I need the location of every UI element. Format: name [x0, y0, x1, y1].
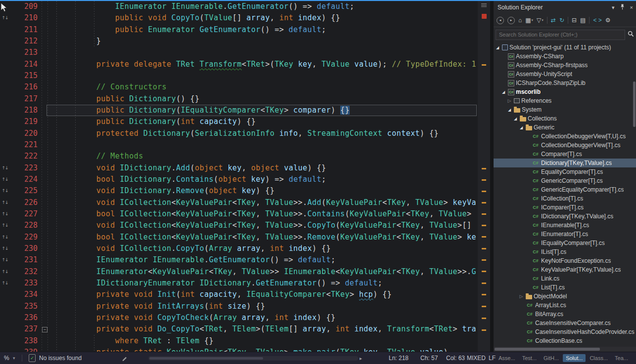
code-line[interactable]: 215 — [0, 70, 478, 81]
code-line[interactable]: 219 public Dictionary(int capacity) {} — [0, 116, 478, 127]
code-line[interactable]: ↑↓232 IEnumerator<KeyValuePair<TKey, TVa… — [0, 266, 478, 278]
tree-item[interactable]: C#IEnumerator[T].cs — [494, 230, 636, 239]
line-number[interactable]: 227 — [10, 208, 41, 220]
line-number[interactable]: 232 — [10, 266, 41, 278]
code-line[interactable]: 235 private void InitArrays(int size) {} — [0, 301, 478, 312]
line-number[interactable]: 222 — [10, 151, 41, 162]
code-line[interactable]: 217 public Dictionary() {} — [0, 93, 478, 105]
status-col[interactable]: Col: 63 — [446, 352, 465, 364]
zoom-caret-icon[interactable]: ▾ — [13, 352, 15, 364]
refresh-icon[interactable]: ↻ — [559, 17, 564, 23]
code-line[interactable]: ↑↓224 bool IDictionary.Contains(object k… — [0, 174, 478, 185]
line-number[interactable]: 237 — [10, 324, 41, 335]
search-input[interactable] — [496, 30, 625, 40]
line-number[interactable]: 235 — [10, 301, 41, 312]
tree-item[interactable]: C#IList[T].cs — [494, 247, 636, 256]
line-number[interactable]: 220 — [10, 128, 41, 139]
tree-item[interactable]: C#KeyValuePair[TKey,TValue].cs — [494, 265, 636, 274]
member-implements-icon[interactable]: ↑↓ — [0, 254, 10, 266]
tree-item[interactable]: C#IEqualityComparer[T].cs — [494, 239, 636, 247]
code-line[interactable]: 216 // Constructors — [0, 81, 478, 93]
tree-item[interactable]: ◢System — [494, 105, 636, 114]
line-number[interactable]: 231 — [10, 254, 41, 266]
sync-active-document-icon[interactable]: ⇄ — [551, 17, 556, 23]
chevron-collapsed-icon[interactable]: ▷ — [518, 294, 524, 299]
zoom-control[interactable]: % — [4, 352, 9, 364]
auto-hide-pin-icon[interactable] — [620, 4, 625, 11]
chevron-expanded-icon[interactable]: ◢ — [495, 45, 500, 50]
tree-item[interactable]: C#CollectionDebuggerView[T].cs — [494, 141, 636, 150]
code-line[interactable]: 212 } — [0, 36, 478, 47]
line-number[interactable]: 236 — [10, 312, 41, 324]
member-implements-icon[interactable]: ↑↓ — [0, 243, 10, 254]
code-line[interactable]: ↑↓233 IDictionaryEnumerator IDictionary.… — [0, 278, 478, 289]
tree-item[interactable]: C#ICollection[T].cs — [494, 194, 636, 203]
tree-item[interactable]: C#CaseInsensitiveComparer.cs — [494, 319, 636, 327]
tree-item[interactable]: C#EqualityComparer[T].cs — [494, 167, 636, 176]
line-number[interactable]: 221 — [10, 139, 41, 151]
tree-item[interactable]: C#KeyNotFoundException.cs — [494, 256, 636, 265]
fold-collapse-icon[interactable]: − — [42, 327, 47, 332]
chevron-expanded-icon[interactable]: ◢ — [506, 108, 512, 112]
scrollbar-thumb[interactable] — [495, 348, 600, 351]
code-line[interactable]: 213 — [0, 47, 478, 58]
tree-item[interactable]: C#Dictionary[TKey,TValue].cs — [494, 159, 636, 167]
code-line[interactable]: 234 private void Init(int capacity, IEqu… — [0, 289, 478, 300]
forward-icon[interactable]: ► — [507, 17, 515, 24]
panel-vertical-scrollbar[interactable] — [633, 81, 636, 127]
member-implements-icon[interactable]: ↑↓ — [0, 174, 10, 185]
code-line[interactable]: 218 public Dictionary(IEqualityComparer<… — [0, 105, 478, 116]
code-line[interactable]: ↑↓225 void IDictionary.Remove(object key… — [0, 185, 478, 197]
member-implements-icon[interactable]: ↑↓ — [0, 266, 10, 278]
status-char[interactable]: Ch: 57 — [420, 352, 438, 364]
document-errors-indicator[interactable] — [482, 14, 487, 19]
tree-item[interactable]: ◢Collections — [494, 114, 636, 123]
search-icon[interactable] — [628, 31, 634, 39]
line-number[interactable]: 238 — [10, 335, 41, 347]
tree-item[interactable]: C#Link.cs — [494, 274, 636, 283]
split-editor-handle[interactable] — [481, 3, 487, 7]
code-line[interactable]: 237 private void Do_CopyTo<TRet, TElem>(… — [0, 324, 478, 335]
code-line[interactable]: ↑↓210 public void CopyTo(TValue[] array,… — [0, 12, 478, 24]
tool-window-tab[interactable]: Class... — [587, 354, 611, 362]
line-number[interactable]: 210 — [10, 12, 41, 24]
line-number[interactable]: 223 — [10, 162, 41, 174]
member-implements-icon[interactable]: ↑↓ — [0, 232, 10, 243]
code-editor[interactable]: 209 IEnumerator IEnumerable.GetEnumerato… — [0, 1, 478, 352]
line-number[interactable]: 230 — [10, 243, 41, 254]
line-number[interactable]: 234 — [10, 289, 41, 300]
line-number[interactable]: 213 — [10, 47, 41, 58]
tree-item[interactable]: ◢Generic — [494, 123, 636, 132]
line-number[interactable]: 214 — [10, 59, 41, 70]
panel-splitter[interactable] — [490, 1, 494, 352]
tree-item[interactable]: C#CaseInsensitiveHashCodeProvider.cs — [494, 327, 636, 336]
tree-item[interactable]: C#Comparer[T].cs — [494, 150, 636, 159]
chevron-expanded-icon[interactable]: ◢ — [512, 117, 518, 121]
tree-item[interactable]: C#CollectionBase.cs — [494, 336, 636, 345]
tree-item[interactable]: C#IComparer[T].cs — [494, 203, 636, 212]
code-line[interactable]: 222 // Methods — [0, 151, 478, 162]
code-line[interactable]: ↑↓227 bool ICollection<KeyValuePair<TKey… — [0, 208, 478, 220]
tree-item[interactable]: C#Assembly-UnityScript — [494, 70, 636, 79]
code-line[interactable]: ↑↓230 void ICollection.CopyTo(Array arra… — [0, 243, 478, 254]
tree-item[interactable]: C#IDictionary[TKey,TValue].cs — [494, 212, 636, 221]
line-number[interactable]: 224 — [10, 174, 41, 185]
code-line[interactable]: 236 private void CopyToCheck(Array array… — [0, 312, 478, 324]
code-line[interactable]: 214 private delegate TRet Transform<TRet… — [0, 59, 478, 70]
tree-item[interactable]: C#BitArray.cs — [494, 310, 636, 319]
properties-icon[interactable]: ⚙ — [605, 17, 611, 23]
pen-icon[interactable] — [122, 352, 128, 364]
tree-item[interactable]: C#ICSharpCode.SharpZipLib — [494, 79, 636, 87]
line-number[interactable]: 215 — [10, 70, 41, 81]
status-encoding[interactable]: MIXED — [467, 352, 486, 364]
member-implements-icon[interactable]: ↑↓ — [0, 162, 10, 174]
member-implements-icon[interactable]: ↑↓ — [0, 278, 10, 289]
member-implements-icon[interactable]: ↑↓ — [0, 208, 10, 220]
tool-window-tab[interactable]: Test... — [519, 354, 540, 362]
code-line[interactable]: ↑↓223 void IDictionary.Add(object key, o… — [0, 162, 478, 174]
line-number[interactable]: 209 — [10, 1, 41, 12]
back-icon[interactable]: ◄ — [497, 17, 504, 24]
tool-window-tab[interactable]: Solut... — [563, 354, 586, 362]
member-implements-icon[interactable]: ↑↓ — [0, 220, 10, 231]
code-line[interactable]: 239 private static KeyValuePair<TKey, TV… — [0, 347, 478, 352]
